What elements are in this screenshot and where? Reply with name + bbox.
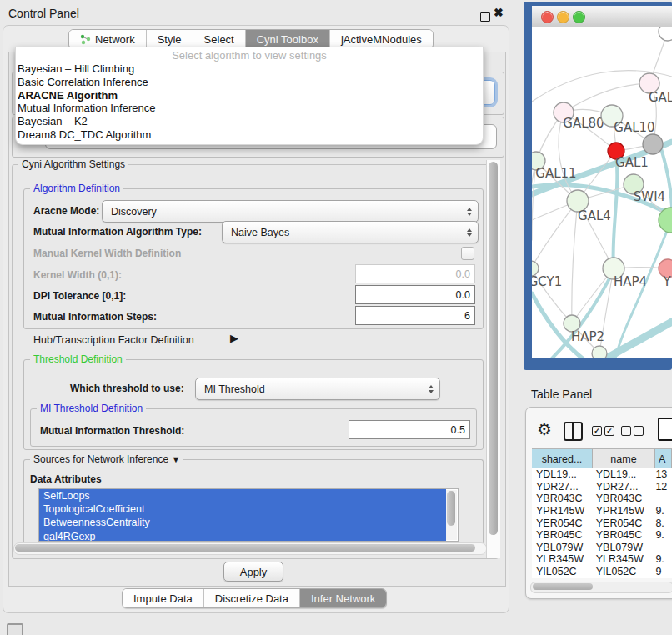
table-row[interactable]: YLR345WYLR345W9. — [532, 553, 672, 566]
table-cell: YBR043C — [532, 492, 592, 504]
table-row[interactable]: YDL19...YDL19...13 — [532, 468, 672, 481]
table-row[interactable]: YIL052CYIL052C9 — [532, 566, 672, 578]
table-cell: YBR043C — [592, 492, 654, 504]
zoom-traffic-light-icon[interactable] — [573, 11, 585, 23]
algorithm-option[interactable]: ARACNE Algorithm — [18, 89, 481, 102]
data-attribute-item[interactable]: gal4RGexp — [39, 530, 446, 542]
tab-discretize-data[interactable]: Discretize Data — [204, 589, 300, 608]
network-node-label: GAL — [649, 90, 672, 105]
algorithm-dropdown-popup: Select algorithm to view settings Bayesi… — [15, 47, 484, 145]
column-header-name[interactable]: name — [593, 449, 655, 469]
data-attribute-item[interactable]: TopologicalCoefficient — [39, 502, 446, 516]
table-horizontal-scrollbar[interactable] — [530, 582, 672, 593]
tab-cyni-toolbox[interactable]: Cyni Toolbox — [246, 30, 330, 48]
network-edge[interactable] — [572, 201, 578, 323]
vscroll-thumb[interactable] — [489, 162, 498, 535]
column-header-a[interactable]: A — [655, 449, 672, 469]
table-cell: 9 — [653, 566, 672, 578]
tab-impute-data[interactable]: Impute Data — [123, 589, 204, 608]
algorithm-option[interactable]: Basic Correlation Inference — [18, 76, 481, 89]
tab-network-label: Network — [95, 33, 135, 46]
close-panel-icon[interactable]: ✖ — [494, 6, 504, 19]
network-node-label: GAL80 — [563, 116, 604, 131]
settings-horizontal-scrollbar[interactable] — [13, 542, 487, 555]
network-node[interactable] — [592, 346, 607, 358]
which-threshold-combobox[interactable]: MI Threshold — [195, 378, 440, 400]
mi-threshold-definition-title: MI Threshold Definition — [37, 402, 146, 414]
mi-algorithm-type-combobox[interactable]: Naive Bayes — [222, 221, 479, 243]
manual-kernel-width-checkbox[interactable] — [461, 247, 474, 260]
tab-infer-network[interactable]: Infer Network — [300, 589, 386, 608]
data-attribute-item[interactable]: SelfLoops — [39, 489, 446, 502]
table-cell: YER054C — [592, 518, 654, 529]
network-node-label: GAL4 — [578, 208, 611, 223]
network-canvas[interactable]: GALGAL80GAL10GAL1GAL11SWI4GAL4GCY1HAP4YH… — [532, 27, 672, 358]
split-view-icon[interactable] — [564, 422, 583, 441]
minimize-traffic-light-icon[interactable] — [557, 11, 569, 23]
algorithm-option[interactable]: Mutual Information Inference — [18, 102, 481, 115]
kernel-width-input[interactable]: 0.0 — [355, 264, 475, 283]
mi-threshold-input[interactable]: 0.5 — [349, 420, 470, 439]
gear-icon[interactable]: ⚙ — [537, 419, 552, 439]
select-all-icon[interactable]: ✓ — [592, 426, 602, 436]
algorithm-option[interactable]: Bayesian – K2 — [18, 115, 481, 128]
screen: { "control_panel": { "title": "Control P… — [0, 0, 672, 635]
table-row[interactable]: YBL079WYBL079W — [532, 542, 672, 554]
control-panel-title: Control Panel — [8, 7, 79, 20]
table-cell: YER054C — [532, 518, 592, 529]
hscroll-thumb[interactable] — [15, 544, 475, 552]
tab-style[interactable]: Style — [147, 30, 193, 48]
algorithm-option[interactable]: Dream8 DC_TDC Algorithm — [18, 128, 481, 142]
tab-jactivemnodules[interactable]: jActiveMNodules — [330, 30, 433, 48]
table-row[interactable]: YER054CYER054C8. — [532, 517, 672, 529]
close-traffic-light-icon[interactable] — [541, 11, 554, 23]
attributes-scrollbar[interactable] — [446, 490, 457, 540]
table-cell: YDL19... — [592, 468, 654, 480]
network-edge[interactable] — [532, 201, 578, 268]
deselect-all-icon[interactable] — [634, 426, 644, 436]
table-row[interactable]: YPR145WYPR145W9. — [532, 505, 672, 518]
cyni-algorithm-settings-title: Cyni Algorithm Settings — [18, 158, 128, 170]
document-icon[interactable] — [658, 418, 672, 441]
table-row[interactable]: YBR045CYBR045C9. — [532, 529, 672, 542]
algorithm-option[interactable]: Bayesian – Hill Climbing — [18, 62, 481, 76]
hub-section-expander-icon[interactable]: ▶ — [230, 332, 238, 344]
network-node-label: GAL10 — [614, 120, 654, 135]
dpi-tolerance-input[interactable]: 0.0 — [355, 285, 475, 304]
apply-button[interactable]: Apply — [223, 562, 283, 582]
tab-network[interactable]: Network — [69, 30, 147, 48]
data-attributes-label: Data Attributes — [30, 473, 102, 485]
network-edge[interactable] — [604, 322, 672, 358]
algorithm-options: Bayesian – Hill ClimbingBasic Correlatio… — [18, 62, 481, 142]
sources-collapse-icon[interactable]: ▼ — [171, 454, 180, 464]
network-node[interactable] — [643, 134, 663, 154]
tab-select[interactable]: Select — [193, 30, 246, 48]
table-row[interactable]: YDR27...YDR27...12 — [532, 481, 672, 493]
select-all-icon[interactable]: ✓ — [604, 426, 614, 436]
mi-steps-input[interactable]: 6 — [355, 306, 475, 325]
table-cell: YDR27... — [592, 481, 654, 492]
table-cell: YBR045C — [592, 529, 654, 541]
network-node[interactable] — [659, 27, 672, 41]
network-node-label: GAL1 — [615, 155, 649, 170]
float-window-icon[interactable] — [480, 12, 490, 22]
aracne-mode-combobox[interactable]: Discovery — [102, 200, 479, 222]
aracne-mode-label: Aracne Mode: — [33, 205, 99, 217]
network-node-label: HAP2 — [571, 329, 604, 344]
data-attribute-item[interactable]: BetweennessCentrality — [39, 516, 446, 529]
table-cell: YDR27... — [532, 481, 592, 492]
table-cell: YPR145W — [532, 505, 592, 517]
table-hscroll-thumb[interactable] — [533, 583, 593, 590]
network-node-label: Y — [662, 274, 671, 289]
table-header: shared... name A — [532, 448, 672, 470]
network-window-titlebar[interactable] — [532, 6, 672, 28]
table-row[interactable]: YBR043CYBR043C — [532, 492, 672, 505]
manual-kernel-width-label: Manual Kernel Width Definition — [33, 248, 181, 259]
table-cell: YPR145W — [592, 505, 654, 517]
threshold-definition-title: Threshold Definition — [30, 353, 126, 365]
settings-vertical-scrollbar[interactable] — [486, 160, 500, 558]
column-header-shared-name[interactable]: shared... — [532, 449, 593, 469]
deselect-all-icon[interactable] — [621, 426, 631, 436]
dock-icon[interactable] — [7, 623, 23, 635]
data-attributes-list[interactable]: SelfLoopsTopologicalCoefficientBetweenne… — [38, 488, 459, 542]
